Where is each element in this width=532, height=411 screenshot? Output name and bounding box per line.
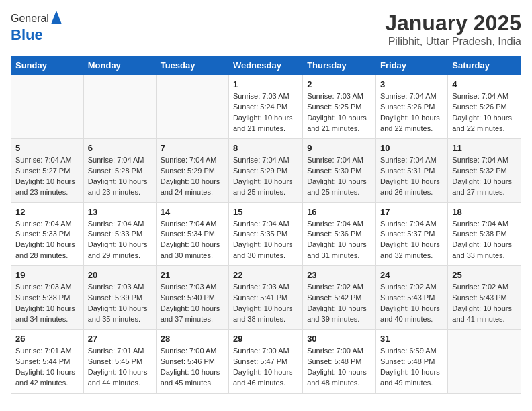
- day-info: Sunrise: 7:01 AM Sunset: 5:44 PM Dayligh…: [15, 346, 79, 389]
- day-number: 23: [307, 270, 371, 280]
- day-info: Sunrise: 7:04 AM Sunset: 5:28 PM Dayligh…: [88, 155, 152, 198]
- calendar-cell: 15Sunrise: 7:04 AM Sunset: 5:35 PM Dayli…: [228, 202, 302, 266]
- day-info: Sunrise: 6:59 AM Sunset: 5:48 PM Dayligh…: [380, 346, 443, 389]
- location-title: Pilibhit, Uttar Pradesh, India: [385, 36, 521, 48]
- calendar-cell: 3Sunrise: 7:04 AM Sunset: 5:26 PM Daylig…: [376, 75, 448, 139]
- calendar-cell: 7Sunrise: 7:04 AM Sunset: 5:29 PM Daylig…: [156, 138, 228, 202]
- title-area: January 2025 Pilibhit, Uttar Pradesh, In…: [385, 11, 521, 48]
- day-info: Sunrise: 7:04 AM Sunset: 5:27 PM Dayligh…: [15, 155, 79, 198]
- calendar-week-row: 1Sunrise: 7:03 AM Sunset: 5:24 PM Daylig…: [11, 75, 521, 139]
- day-info: Sunrise: 7:04 AM Sunset: 5:37 PM Dayligh…: [380, 219, 443, 262]
- calendar-cell: 13Sunrise: 7:04 AM Sunset: 5:33 PM Dayli…: [83, 202, 156, 266]
- calendar-cell: 20Sunrise: 7:03 AM Sunset: 5:39 PM Dayli…: [83, 266, 156, 330]
- calendar-cell: 27Sunrise: 7:01 AM Sunset: 5:45 PM Dayli…: [83, 330, 156, 394]
- calendar-cell: 6Sunrise: 7:04 AM Sunset: 5:28 PM Daylig…: [83, 138, 156, 202]
- calendar-cell: [83, 75, 156, 139]
- calendar-cell: 19Sunrise: 7:03 AM Sunset: 5:38 PM Dayli…: [11, 266, 84, 330]
- day-info: Sunrise: 7:03 AM Sunset: 5:41 PM Dayligh…: [233, 282, 298, 325]
- day-number: 1: [233, 79, 298, 89]
- day-info: Sunrise: 7:04 AM Sunset: 5:33 PM Dayligh…: [88, 219, 152, 262]
- calendar-cell: 11Sunrise: 7:04 AM Sunset: 5:32 PM Dayli…: [448, 138, 521, 202]
- day-info: Sunrise: 7:04 AM Sunset: 5:29 PM Dayligh…: [233, 155, 298, 198]
- day-info: Sunrise: 7:04 AM Sunset: 5:34 PM Dayligh…: [161, 219, 224, 262]
- day-info: Sunrise: 7:04 AM Sunset: 5:26 PM Dayligh…: [380, 91, 443, 134]
- calendar-cell: 5Sunrise: 7:04 AM Sunset: 5:27 PM Daylig…: [11, 138, 84, 202]
- day-number: 17: [380, 207, 443, 217]
- day-info: Sunrise: 7:04 AM Sunset: 5:33 PM Dayligh…: [15, 219, 79, 262]
- calendar-cell: 31Sunrise: 6:59 AM Sunset: 5:48 PM Dayli…: [376, 330, 448, 394]
- day-number: 27: [88, 334, 152, 344]
- logo: General Blue: [11, 11, 62, 43]
- day-number: 18: [452, 207, 517, 217]
- calendar-cell: 23Sunrise: 7:02 AM Sunset: 5:42 PM Dayli…: [303, 266, 376, 330]
- day-info: Sunrise: 7:01 AM Sunset: 5:45 PM Dayligh…: [88, 346, 152, 389]
- day-info: Sunrise: 7:04 AM Sunset: 5:30 PM Dayligh…: [307, 155, 371, 198]
- calendar-cell: [156, 75, 228, 139]
- day-number: 4: [452, 79, 517, 89]
- calendar-header-row: SundayMondayTuesdayWednesdayThursdayFrid…: [11, 56, 521, 75]
- weekday-header-sunday: Sunday: [11, 56, 84, 75]
- day-number: 19: [15, 270, 79, 280]
- day-number: 3: [380, 79, 443, 89]
- day-number: 12: [15, 207, 79, 217]
- calendar-cell: 18Sunrise: 7:04 AM Sunset: 5:38 PM Dayli…: [448, 202, 521, 266]
- calendar-cell: 26Sunrise: 7:01 AM Sunset: 5:44 PM Dayli…: [11, 330, 84, 394]
- day-info: Sunrise: 7:04 AM Sunset: 5:38 PM Dayligh…: [452, 219, 517, 262]
- day-info: Sunrise: 7:00 AM Sunset: 5:46 PM Dayligh…: [161, 346, 224, 389]
- weekday-header-wednesday: Wednesday: [228, 56, 302, 75]
- calendar-cell: 25Sunrise: 7:02 AM Sunset: 5:43 PM Dayli…: [448, 266, 521, 330]
- day-number: 6: [88, 143, 152, 153]
- day-info: Sunrise: 7:00 AM Sunset: 5:48 PM Dayligh…: [307, 346, 371, 389]
- day-info: Sunrise: 7:04 AM Sunset: 5:31 PM Dayligh…: [380, 155, 443, 198]
- day-number: 28: [161, 334, 224, 344]
- day-number: 8: [233, 143, 298, 153]
- day-info: Sunrise: 7:02 AM Sunset: 5:43 PM Dayligh…: [380, 282, 443, 325]
- calendar-week-row: 5Sunrise: 7:04 AM Sunset: 5:27 PM Daylig…: [11, 138, 521, 202]
- day-number: 7: [161, 143, 224, 153]
- day-number: 24: [380, 270, 443, 280]
- day-number: 13: [88, 207, 152, 217]
- calendar-week-row: 26Sunrise: 7:01 AM Sunset: 5:44 PM Dayli…: [11, 330, 521, 394]
- day-number: 11: [452, 143, 517, 153]
- logo-icon: [51, 11, 62, 24]
- calendar-cell: 9Sunrise: 7:04 AM Sunset: 5:30 PM Daylig…: [303, 138, 376, 202]
- day-info: Sunrise: 7:04 AM Sunset: 5:32 PM Dayligh…: [452, 155, 517, 198]
- logo-general-text: General: [11, 13, 49, 25]
- day-info: Sunrise: 7:03 AM Sunset: 5:38 PM Dayligh…: [15, 282, 79, 325]
- day-number: 21: [161, 270, 224, 280]
- day-number: 26: [15, 334, 79, 344]
- day-info: Sunrise: 7:03 AM Sunset: 5:39 PM Dayligh…: [88, 282, 152, 325]
- day-number: 15: [233, 207, 298, 217]
- day-number: 29: [233, 334, 298, 344]
- weekday-header-friday: Friday: [376, 56, 448, 75]
- day-number: 30: [307, 334, 371, 344]
- day-info: Sunrise: 7:00 AM Sunset: 5:47 PM Dayligh…: [233, 346, 298, 389]
- day-number: 5: [15, 143, 79, 153]
- calendar-cell: 12Sunrise: 7:04 AM Sunset: 5:33 PM Dayli…: [11, 202, 84, 266]
- calendar-cell: 17Sunrise: 7:04 AM Sunset: 5:37 PM Dayli…: [376, 202, 448, 266]
- weekday-header-monday: Monday: [83, 56, 156, 75]
- day-number: 20: [88, 270, 152, 280]
- month-title: January 2025: [385, 11, 521, 36]
- weekday-header-thursday: Thursday: [303, 56, 376, 75]
- calendar-cell: 28Sunrise: 7:00 AM Sunset: 5:46 PM Dayli…: [156, 330, 228, 394]
- day-info: Sunrise: 7:02 AM Sunset: 5:42 PM Dayligh…: [307, 282, 371, 325]
- page-header: General Blue January 2025 Pilibhit, Utta…: [11, 11, 521, 48]
- day-info: Sunrise: 7:03 AM Sunset: 5:40 PM Dayligh…: [161, 282, 224, 325]
- day-info: Sunrise: 7:04 AM Sunset: 5:29 PM Dayligh…: [161, 155, 224, 198]
- calendar-cell: 2Sunrise: 7:03 AM Sunset: 5:25 PM Daylig…: [303, 75, 376, 139]
- svg-marker-0: [51, 11, 62, 24]
- day-number: 25: [452, 270, 517, 280]
- day-number: 16: [307, 207, 371, 217]
- weekday-header-tuesday: Tuesday: [156, 56, 228, 75]
- day-info: Sunrise: 7:03 AM Sunset: 5:25 PM Dayligh…: [307, 91, 371, 134]
- day-number: 2: [307, 79, 371, 89]
- day-number: 9: [307, 143, 371, 153]
- calendar-cell: [448, 330, 521, 394]
- calendar-cell: 16Sunrise: 7:04 AM Sunset: 5:36 PM Dayli…: [303, 202, 376, 266]
- calendar-cell: 21Sunrise: 7:03 AM Sunset: 5:40 PM Dayli…: [156, 266, 228, 330]
- day-info: Sunrise: 7:04 AM Sunset: 5:36 PM Dayligh…: [307, 219, 371, 262]
- day-info: Sunrise: 7:04 AM Sunset: 5:26 PM Dayligh…: [452, 91, 517, 134]
- day-info: Sunrise: 7:04 AM Sunset: 5:35 PM Dayligh…: [233, 219, 298, 262]
- day-number: 10: [380, 143, 443, 153]
